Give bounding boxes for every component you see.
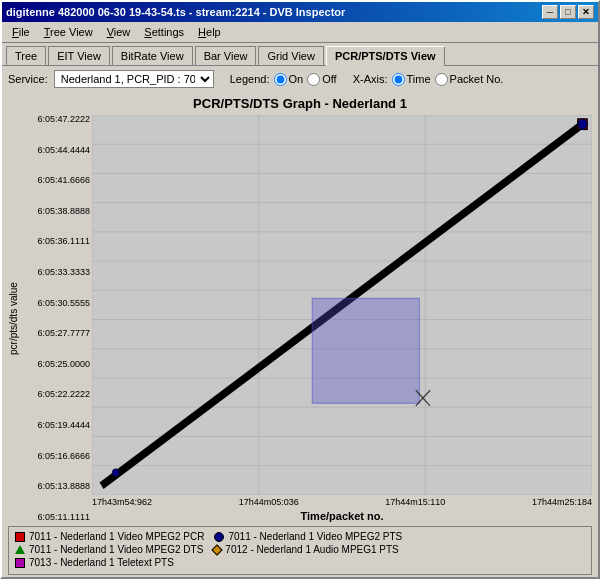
legend-off-label[interactable]: Off: [307, 73, 336, 86]
legend-row-2: 7011 - Nederland 1 Video MPEG2 DTS 7012 …: [15, 544, 585, 555]
x-tick-2: 17h44m15:110: [385, 497, 445, 507]
legend-off-radio[interactable]: [307, 73, 320, 86]
x-tick-3: 17h44m25:184: [532, 497, 592, 507]
legend-row-3: 7013 - Nederland 1 Teletext PTS: [15, 557, 585, 568]
minimize-button[interactable]: ─: [542, 5, 558, 19]
legend-dts: 7011 - Nederland 1 Video MPEG2 DTS: [15, 544, 203, 555]
y-tick-1: 6:05:44.4444: [22, 146, 90, 155]
service-label: Service:: [8, 73, 48, 85]
y-axis-label: pcr/pts/dts value: [8, 115, 22, 522]
menu-view[interactable]: View: [101, 24, 137, 40]
title-bar: digitenne 482000 06-30 19-43-54.ts - str…: [2, 2, 598, 22]
y-tick-3: 6:05:38.8888: [22, 207, 90, 216]
window-title: digitenne 482000 06-30 19-43-54.ts - str…: [6, 6, 345, 18]
plot-svg[interactable]: [92, 115, 592, 495]
svg-point-23: [112, 469, 119, 477]
legend-label: Legend:: [230, 73, 270, 85]
xaxis-time-radio[interactable]: [392, 73, 405, 86]
xaxis-time-label[interactable]: Time: [392, 73, 431, 86]
legend-pts-video: 7011 - Nederland 1 Video MPEG2 PTS: [214, 531, 402, 542]
tab-tree[interactable]: Tree: [6, 46, 46, 65]
pcr-icon: [15, 532, 25, 542]
y-tick-0: 6:05:47.2222: [22, 115, 90, 124]
dts-icon: [15, 545, 25, 554]
menu-tree-view[interactable]: Tree View: [38, 24, 99, 40]
x-tick-1: 17h44m05:036: [239, 497, 299, 507]
legend-teletext: 7013 - Nederland 1 Teletext PTS: [15, 557, 174, 568]
tab-bar: Tree EIT View BitRate View Bar View Grid…: [2, 43, 598, 65]
tab-pcr-pts-dts[interactable]: PCR/PTS/DTS View: [326, 46, 445, 66]
y-tick-8: 6:05:25.0000: [22, 360, 90, 369]
x-axis-label: Time/packet no.: [92, 510, 592, 522]
svg-rect-20: [312, 298, 419, 403]
teletext-icon: [15, 558, 25, 568]
pts-audio-label: 7012 - Nederland 1 Audio MPEG1 PTS: [225, 544, 398, 555]
service-select[interactable]: Nederland 1, PCR_PID : 7011: [54, 70, 214, 88]
chart-title: PCR/PTS/DTS Graph - Nederland 1: [8, 96, 592, 111]
tab-bitrate[interactable]: BitRate View: [112, 46, 193, 65]
xaxis-label: X-Axis:: [353, 73, 388, 85]
menu-help[interactable]: Help: [192, 24, 227, 40]
pts-video-icon: [214, 532, 224, 542]
dts-label: 7011 - Nederland 1 Video MPEG2 DTS: [29, 544, 203, 555]
y-tick-9: 6:05:22.2222: [22, 390, 90, 399]
menu-settings[interactable]: Settings: [138, 24, 190, 40]
y-tick-11: 6:05:16.6666: [22, 452, 90, 461]
x-axis-ticks: 17h43m54:962 17h44m05:036 17h44m15:110 1…: [92, 495, 592, 509]
y-tick-7: 6:05:27.7777: [22, 329, 90, 338]
tab-bar-view[interactable]: Bar View: [195, 46, 257, 65]
legend-pcr: 7011 - Nederland 1 Video MPEG2 PCR: [15, 531, 204, 542]
tab-grid[interactable]: Grid View: [258, 46, 323, 65]
menu-bar: File Tree View View Settings Help: [2, 22, 598, 43]
legend-row-1: 7011 - Nederland 1 Video MPEG2 PCR 7011 …: [15, 531, 585, 542]
chart-svg: [92, 115, 592, 495]
window-controls: ─ □ ✕: [542, 5, 594, 19]
svg-point-22: [578, 119, 588, 129]
xaxis-packet-label[interactable]: Packet No.: [435, 73, 504, 86]
legend-area: 7011 - Nederland 1 Video MPEG2 PCR 7011 …: [8, 526, 592, 575]
y-tick-13: 6:05:11.1111: [22, 513, 90, 522]
legend-on-label[interactable]: On: [274, 73, 304, 86]
teletext-label: 7013 - Nederland 1 Teletext PTS: [29, 557, 174, 568]
pts-video-label: 7011 - Nederland 1 Video MPEG2 PTS: [228, 531, 402, 542]
y-tick-2: 6:05:41.6666: [22, 176, 90, 185]
y-axis-ticks: 6:05:47.2222 6:05:44.4444 6:05:41.6666 6…: [22, 115, 92, 522]
main-window: digitenne 482000 06-30 19-43-54.ts - str…: [0, 0, 600, 579]
pts-audio-icon: [212, 544, 223, 555]
y-tick-5: 6:05:33.3333: [22, 268, 90, 277]
chart-container: PCR/PTS/DTS Graph - Nederland 1 pcr/pts/…: [2, 92, 598, 524]
xaxis-group: X-Axis: Time Packet No.: [353, 73, 504, 86]
pcr-label: 7011 - Nederland 1 Video MPEG2 PCR: [29, 531, 204, 542]
y-tick-6: 6:05:30.5555: [22, 299, 90, 308]
legend-group: Legend: On Off: [230, 73, 337, 86]
xaxis-packet-radio[interactable]: [435, 73, 448, 86]
close-button[interactable]: ✕: [578, 5, 594, 19]
chart-plot-area: 17h43m54:962 17h44m05:036 17h44m15:110 1…: [92, 115, 592, 522]
menu-file[interactable]: File: [6, 24, 36, 40]
maximize-button[interactable]: □: [560, 5, 576, 19]
chart-area: pcr/pts/dts value 6:05:47.2222 6:05:44.4…: [8, 115, 592, 522]
x-tick-0: 17h43m54:962: [92, 497, 152, 507]
legend-pts-audio: 7012 - Nederland 1 Audio MPEG1 PTS: [213, 544, 398, 555]
legend-on-radio[interactable]: [274, 73, 287, 86]
controls-row: Service: Nederland 1, PCR_PID : 7011 Leg…: [2, 66, 598, 92]
y-tick-4: 6:05:36.1111: [22, 237, 90, 246]
tab-eit[interactable]: EIT View: [48, 46, 110, 65]
y-tick-12: 6:05:13.8888: [22, 482, 90, 491]
y-tick-10: 6:05:19.4444: [22, 421, 90, 430]
